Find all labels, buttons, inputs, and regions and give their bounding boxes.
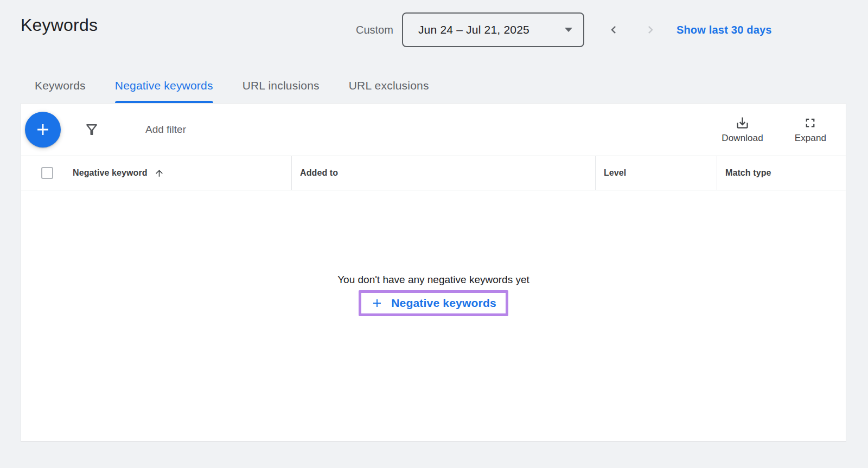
show-last-30-days-link[interactable]: Show last 30 days [676, 24, 772, 36]
date-range-picker[interactable]: Jun 24 – Jul 21, 2025 [402, 12, 584, 47]
expand-button[interactable]: Expand [795, 116, 826, 144]
add-filter-button[interactable]: Add filter [145, 124, 186, 136]
tab-negative-keywords[interactable]: Negative keywords [115, 68, 213, 103]
column-label: Negative keyword [73, 168, 148, 178]
next-period-button[interactable] [643, 22, 658, 37]
tab-label: Keywords [35, 79, 86, 92]
tab-label: URL exclusions [349, 79, 429, 92]
tab-bar: Keywords Negative keywords URL inclusion… [35, 68, 868, 103]
plus-icon [34, 120, 52, 139]
add-negative-keywords-label: Negative keywords [391, 297, 496, 310]
filter-button[interactable] [84, 121, 100, 138]
funnel-icon [84, 121, 100, 138]
page-title: Keywords [21, 15, 98, 35]
top-bar: Keywords Custom Jun 24 – Jul 21, 2025 Sh… [0, 0, 868, 68]
download-label: Download [722, 133, 763, 144]
plus-icon [371, 297, 384, 310]
fullscreen-corners-icon [803, 116, 818, 130]
select-all-checkbox[interactable] [41, 167, 53, 179]
date-range-type-label: Custom [356, 24, 393, 36]
column-header-added-to[interactable]: Added to [291, 156, 595, 190]
column-header-match-type[interactable]: Match type [717, 156, 846, 190]
table-toolbar: Add filter Download Expand [21, 104, 846, 156]
download-button[interactable]: Download [722, 116, 763, 144]
chevron-right-icon [643, 22, 658, 37]
add-negative-keywords-button[interactable]: Negative keywords [366, 295, 501, 311]
column-label: Match type [725, 168, 771, 178]
empty-state: You don't have any negative keywords yet… [21, 190, 846, 441]
expand-label: Expand [795, 133, 826, 144]
chevron-left-icon [606, 22, 621, 37]
empty-state-message: You don't have any negative keywords yet [337, 274, 529, 286]
tab-keywords[interactable]: Keywords [35, 68, 86, 103]
tab-label: Negative keywords [115, 79, 213, 92]
negative-keywords-table-card: Add filter Download Expand Negative keyw… [21, 103, 846, 442]
tab-url-exclusions[interactable]: URL exclusions [349, 68, 429, 103]
table-header-row: Negative keyword Added to Level Match ty… [21, 156, 846, 190]
download-tray-icon [735, 116, 750, 130]
date-range-controls: Custom Jun 24 – Jul 21, 2025 Show last 3… [356, 0, 772, 60]
column-header-negative-keyword[interactable]: Negative keyword [21, 156, 291, 190]
add-negative-keyword-button[interactable] [25, 112, 61, 148]
column-header-level[interactable]: Level [595, 156, 717, 190]
sort-ascending-arrow-icon [154, 168, 164, 178]
column-label: Level [604, 168, 626, 178]
annotation-highlight-box: Negative keywords [359, 290, 508, 316]
tab-url-inclusions[interactable]: URL inclusions [242, 68, 320, 103]
triangle-down-icon [565, 28, 572, 32]
column-label: Added to [300, 168, 338, 178]
tab-label: URL inclusions [242, 79, 320, 92]
previous-period-button[interactable] [606, 22, 621, 37]
date-range-value: Jun 24 – Jul 21, 2025 [418, 23, 529, 36]
